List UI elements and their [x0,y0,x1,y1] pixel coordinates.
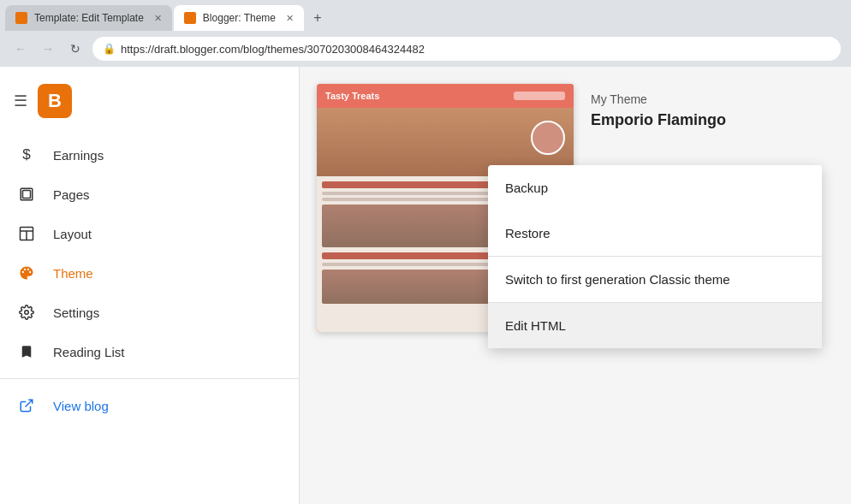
settings-icon [17,303,36,322]
url-text: https://draft.blogger.com/blog/themes/30… [121,43,425,56]
forward-button[interactable]: → [38,39,58,59]
preview-avatar [531,121,565,155]
tab-2-label: Blogger: Theme [203,12,276,24]
sidebar-label-settings: Settings [53,305,99,320]
sidebar-label-view-blog: View blog [53,399,109,413]
dropdown-item-restore[interactable]: Restore [488,210,822,256]
tab-bar: Template: Edit Template ✕ Blogger: Theme… [0,0,851,31]
tab-2-close[interactable]: ✕ [286,13,294,24]
sidebar-item-pages[interactable]: Pages [0,175,299,214]
svg-point-5 [25,311,29,315]
dropdown-item-backup[interactable]: Backup [488,165,822,210]
theme-info: My Theme Emporio Flamingo [591,84,726,138]
sidebar-label-theme: Theme [53,266,93,281]
view-blog-icon [17,396,36,415]
sidebar-label-earnings: Earnings [53,148,104,163]
sidebar-item-layout[interactable]: Layout [0,214,299,253]
sidebar-item-view-blog[interactable]: View blog [0,386,299,425]
sidebar-label-pages: Pages [53,187,90,202]
hamburger-icon[interactable]: ☰ [14,92,27,110]
tab-2-favicon [184,12,196,24]
dropdown-item-edit-html[interactable]: Edit HTML [488,303,822,348]
browser-chrome: Template: Edit Template ✕ Blogger: Theme… [0,0,851,67]
pages-icon [17,185,36,204]
address-bar: ← → ↻ 🔒 https://draft.blogger.com/blog/t… [0,31,851,67]
main-content: Tasty Treats My Theme [300,67,851,504]
sidebar-divider [0,378,299,379]
preview-header: Tasty Treats [317,84,574,108]
back-button[interactable]: ← [10,39,31,59]
sidebar: ☰ B $ Earnings Pages [0,67,300,504]
tab-1-close[interactable]: ✕ [154,13,162,24]
svg-line-6 [26,400,33,406]
reload-button[interactable]: ↻ [65,39,86,59]
tab-1-favicon [15,12,27,24]
tab-1-label: Template: Edit Template [34,12,144,24]
sidebar-item-settings[interactable]: Settings [0,293,299,332]
sidebar-item-earnings[interactable]: $ Earnings [0,135,299,175]
sidebar-header: ☰ B [0,75,299,135]
preview-search-bar [514,92,565,100]
dropdown-item-switch-classic[interactable]: Switch to first generation Classic theme [488,257,822,302]
sidebar-label-layout: Layout [53,227,92,241]
url-bar[interactable]: 🔒 https://draft.blogger.com/blog/themes/… [92,37,841,61]
dropdown-menu: Backup Restore Switch to first generatio… [488,165,822,348]
svg-rect-1 [23,191,31,199]
lock-icon: 🔒 [103,43,116,55]
reading-list-icon [17,342,36,361]
layout-icon [17,224,36,243]
my-theme-label: My Theme [591,92,726,106]
new-tab-button[interactable]: + [306,6,330,30]
sidebar-label-reading-list: Reading List [53,345,124,359]
tab-2[interactable]: Blogger: Theme ✕ [174,5,304,31]
theme-icon [17,264,36,282]
theme-name: Emporio Flamingo [591,111,726,129]
sidebar-item-reading-list[interactable]: Reading List [0,332,299,371]
app-layout: ☰ B $ Earnings Pages [0,67,851,504]
blogger-logo: B [38,84,72,118]
preview-blog-title: Tasty Treats [325,91,379,101]
earnings-icon: $ [17,145,36,164]
tab-1[interactable]: Template: Edit Template ✕ [5,5,172,31]
sidebar-item-theme[interactable]: Theme [0,253,299,293]
